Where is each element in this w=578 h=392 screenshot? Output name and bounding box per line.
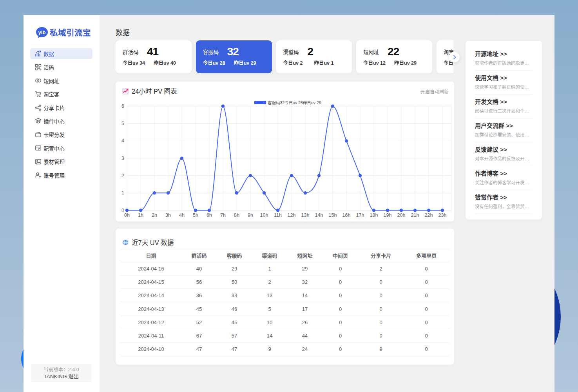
svg-text:9h: 9h <box>248 212 253 218</box>
svg-text:0h: 0h <box>124 212 130 218</box>
svg-text:6: 6 <box>121 103 124 109</box>
svg-text:5h: 5h <box>193 212 198 218</box>
svg-text:5: 5 <box>121 121 124 126</box>
svg-text:22h: 22h <box>425 212 433 218</box>
svg-text:11h: 11h <box>274 212 282 218</box>
svg-text:18h: 18h <box>370 212 378 218</box>
svg-text:16h: 16h <box>342 212 351 218</box>
svg-text:23h: 23h <box>438 212 447 218</box>
svg-text:3h: 3h <box>165 212 171 218</box>
svg-text:ylb: ylb <box>38 29 46 35</box>
svg-text:6h: 6h <box>207 212 212 218</box>
svg-text:12h: 12h <box>288 212 296 218</box>
svg-text:20h: 20h <box>397 212 406 218</box>
svg-text:7h: 7h <box>220 212 226 218</box>
svg-text:19h: 19h <box>384 212 392 218</box>
svg-text:4: 4 <box>121 138 124 143</box>
svg-text:2h: 2h <box>152 212 157 218</box>
svg-text:17h: 17h <box>356 212 364 218</box>
svg-text:10h: 10h <box>260 212 268 218</box>
svg-text:1: 1 <box>121 190 124 196</box>
svg-text:8h: 8h <box>234 212 239 218</box>
svg-text:2: 2 <box>121 173 124 178</box>
svg-text:3: 3 <box>121 156 124 161</box>
svg-text:客服码32今日uv 28昨日uv 29: 客服码32今日uv 28昨日uv 29 <box>268 100 321 105</box>
svg-text:0: 0 <box>121 208 124 213</box>
svg-text:13h: 13h <box>301 212 310 218</box>
svg-text:15h: 15h <box>329 212 337 218</box>
svg-text:4h: 4h <box>179 212 185 218</box>
svg-text:21h: 21h <box>411 212 419 218</box>
svg-text:14h: 14h <box>315 212 323 218</box>
svg-text:1h: 1h <box>138 212 143 218</box>
